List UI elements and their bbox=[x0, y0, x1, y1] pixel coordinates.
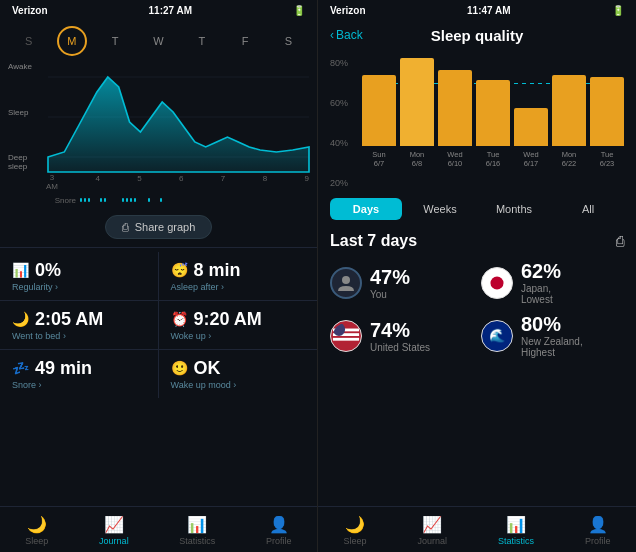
share-graph-button[interactable]: ⎙ Share graph bbox=[105, 215, 213, 239]
snore-label[interactable]: Snore bbox=[12, 380, 146, 390]
country-us: 74% United States bbox=[330, 313, 473, 358]
bar-tue2: Tue6/23 bbox=[590, 58, 624, 168]
right-panel: Verizon 11:47 AM 🔋 ‹ Back Sleep quality … bbox=[318, 0, 636, 552]
japan-name: Japan,Lowest bbox=[521, 283, 561, 305]
country-nz: 🌊 80% New Zealand,Highest bbox=[481, 313, 624, 358]
bar-tue2-rect bbox=[590, 77, 624, 146]
bar-tue1: Tue6/16 bbox=[476, 58, 510, 168]
svg-text:🌊: 🌊 bbox=[489, 326, 506, 343]
tab-days[interactable]: Days bbox=[330, 198, 402, 220]
statistics-nav-label: Statistics bbox=[179, 536, 215, 546]
wakeup-value: 9:20 AM bbox=[194, 309, 262, 330]
regularity-label[interactable]: Regularity bbox=[12, 282, 146, 292]
bar-mon1: Mon6/8 bbox=[400, 58, 434, 168]
journal-nav-icon: 📈 bbox=[104, 515, 124, 534]
snore-icon: 💤 bbox=[12, 360, 29, 376]
nav-sleep-right[interactable]: 🌙 Sleep bbox=[335, 513, 374, 548]
journal-nav-label: Journal bbox=[99, 536, 129, 546]
day-s1[interactable]: S bbox=[14, 26, 44, 56]
snore-value: 49 min bbox=[35, 358, 92, 379]
time-labels: 3AM 4 5 6 7 8 9 bbox=[0, 172, 317, 194]
bedtime-label[interactable]: Went to bed bbox=[12, 331, 146, 341]
nz-flag-icon: 🌊 bbox=[483, 322, 511, 350]
bottom-nav-right: 🌙 Sleep 📈 Journal 📊 Statistics 👤 Profile bbox=[318, 506, 636, 552]
wakeup-icon: ⏰ bbox=[171, 311, 188, 327]
profile-nav-label: Profile bbox=[266, 536, 292, 546]
tab-months[interactable]: Months bbox=[478, 198, 550, 220]
status-bar-left: Verizon 11:27 AM 🔋 bbox=[0, 0, 317, 20]
you-pct: 47% bbox=[370, 266, 410, 289]
svg-point-5 bbox=[490, 276, 503, 289]
share-icon: ⎙ bbox=[122, 221, 129, 233]
bar-sun-label: Sun6/7 bbox=[372, 150, 385, 168]
share-section-icon[interactable]: ⎙ bbox=[616, 233, 624, 249]
day-m[interactable]: M bbox=[57, 26, 87, 56]
nav-profile-right[interactable]: 👤 Profile bbox=[577, 513, 619, 548]
section-header: Last 7 days ⎙ bbox=[318, 226, 636, 256]
nav-profile-left[interactable]: 👤 Profile bbox=[258, 513, 300, 548]
nz-pct: 80% bbox=[521, 313, 583, 336]
stat-asleep-after: 😴 8 min Asleep after bbox=[159, 252, 318, 301]
bar-mon1-label: Mon6/8 bbox=[410, 150, 425, 168]
bar-mon2-rect bbox=[552, 75, 586, 147]
back-label: Back bbox=[336, 28, 363, 42]
share-graph-label: Share graph bbox=[135, 221, 196, 233]
you-name: You bbox=[370, 289, 410, 300]
battery-left: 🔋 bbox=[293, 5, 305, 16]
sleep-nav-icon: 🌙 bbox=[27, 515, 47, 534]
snore-dots bbox=[80, 198, 309, 202]
sleep-right-label: Sleep bbox=[343, 536, 366, 546]
day-t1[interactable]: T bbox=[100, 26, 130, 56]
person-icon bbox=[336, 273, 356, 293]
bar-wed2-label: Wed6/17 bbox=[523, 150, 538, 168]
time-left: 11:27 AM bbox=[149, 5, 193, 16]
stat-mood: 🙂 OK Wake up mood bbox=[159, 350, 318, 398]
stat-wakeup: ⏰ 9:20 AM Woke up bbox=[159, 301, 318, 350]
tab-row: Days Weeks Months All bbox=[330, 198, 624, 220]
page-header: ‹ Back Sleep quality bbox=[318, 20, 636, 50]
mood-value: OK bbox=[194, 358, 221, 379]
bottom-nav-left: 🌙 Sleep 📈 Journal 📊 Statistics 👤 Profile bbox=[0, 506, 317, 552]
chart-y-labels: Awake Sleep Deepsleep bbox=[8, 62, 43, 172]
regularity-value: 0% bbox=[35, 260, 61, 281]
time-right: 11:47 AM bbox=[467, 5, 511, 16]
svg-rect-8 bbox=[333, 337, 359, 340]
journal-right-icon: 📈 bbox=[422, 515, 442, 534]
nav-sleep-left[interactable]: 🌙 Sleep bbox=[17, 513, 56, 548]
bars-container: Sun6/7 Mon6/8 Wed6/10 Tue6/16 bbox=[362, 58, 624, 168]
chevron-left-icon: ‹ bbox=[330, 28, 334, 42]
tab-weeks[interactable]: Weeks bbox=[404, 198, 476, 220]
day-selector: S M T W T F S bbox=[0, 20, 317, 62]
wakeup-label[interactable]: Woke up bbox=[171, 331, 306, 341]
profile-right-label: Profile bbox=[585, 536, 611, 546]
day-w[interactable]: W bbox=[143, 26, 173, 56]
snore-row: Snore bbox=[0, 194, 317, 207]
bar-chart-y-labels: 80% 60% 40% 20% bbox=[330, 58, 358, 188]
sleep-nav-label: Sleep bbox=[25, 536, 48, 546]
stat-bedtime: 🌙 2:05 AM Went to bed bbox=[0, 301, 159, 350]
bar-wed1-label: Wed6/10 bbox=[447, 150, 462, 168]
back-button[interactable]: ‹ Back bbox=[330, 28, 363, 42]
statistics-right-label: Statistics bbox=[498, 536, 534, 546]
nav-journal-right[interactable]: 📈 Journal bbox=[409, 513, 455, 548]
day-f[interactable]: F bbox=[230, 26, 260, 56]
asleep-label[interactable]: Asleep after bbox=[171, 282, 306, 292]
bar-mon2-label: Mon6/22 bbox=[562, 150, 577, 168]
country-grid: 47% You 62% Japan,Lowest bbox=[318, 256, 636, 362]
nav-journal-left[interactable]: 📈 Journal bbox=[91, 513, 137, 548]
day-t2[interactable]: T bbox=[187, 26, 217, 56]
asleep-value: 8 min bbox=[194, 260, 241, 281]
svg-point-3 bbox=[342, 276, 350, 284]
bar-tue1-label: Tue6/16 bbox=[486, 150, 501, 168]
bar-chart: 80% 60% 40% 20% Sun6/7 Mon6/8 bbox=[330, 58, 624, 188]
statistics-nav-icon: 📊 bbox=[187, 515, 207, 534]
bar-mon1-rect bbox=[400, 58, 434, 146]
statistics-right-icon: 📊 bbox=[506, 515, 526, 534]
day-s2[interactable]: S bbox=[273, 26, 303, 56]
nav-statistics-left[interactable]: 📊 Statistics bbox=[171, 513, 223, 548]
left-panel: Verizon 11:27 AM 🔋 S M T W T F S Awake S… bbox=[0, 0, 318, 552]
bedtime-icon: 🌙 bbox=[12, 311, 29, 327]
bar-mon2: Mon6/22 bbox=[552, 58, 586, 168]
nav-statistics-right[interactable]: 📊 Statistics bbox=[490, 513, 542, 548]
tab-all[interactable]: All bbox=[552, 198, 624, 220]
